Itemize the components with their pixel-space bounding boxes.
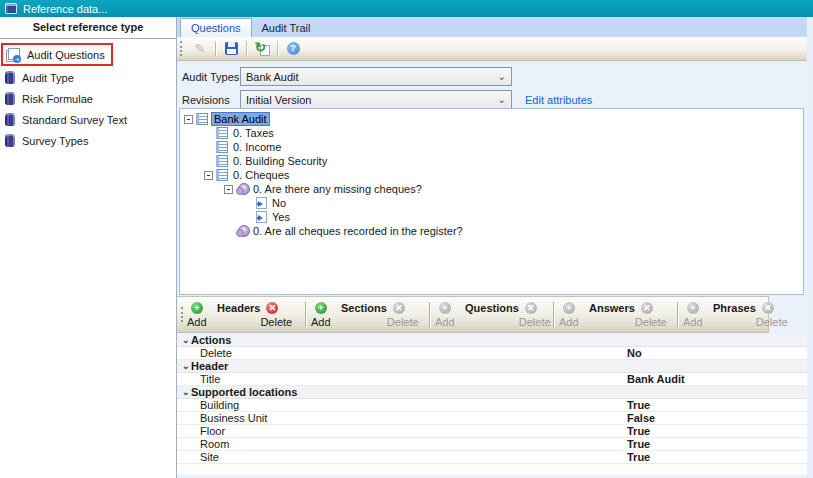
- add-icon[interactable]: +: [191, 302, 203, 314]
- tree-node-label[interactable]: Yes: [270, 211, 292, 223]
- tab-questions[interactable]: Questions: [180, 18, 252, 37]
- revisions-dropdown[interactable]: Initial Version ⌄: [240, 90, 512, 109]
- collapse-icon[interactable]: [204, 171, 213, 180]
- property-value[interactable]: Bank Audit: [627, 373, 685, 385]
- property-row-room[interactable]: Room True: [177, 438, 807, 451]
- property-value[interactable]: False: [627, 412, 655, 424]
- category-label: Header: [191, 360, 228, 372]
- sidebar: Select reference type Audit Questions Au…: [0, 17, 177, 478]
- main-panel: Questions Audit Trail ✎ ? Audit Types Ba…: [177, 17, 807, 478]
- tree-node-label[interactable]: 0. Building Security: [231, 155, 329, 167]
- tree-node[interactable]: Bank Audit: [180, 112, 803, 126]
- headers-group: + Headers ✕ Add Delete: [185, 300, 302, 329]
- category-row-actions[interactable]: ⌄ Actions: [177, 334, 807, 347]
- delete-sections-button: Delete: [387, 316, 435, 328]
- property-row-title[interactable]: Title Bank Audit: [177, 373, 807, 386]
- tree-node[interactable]: 0. Are there any missing cheques?: [180, 182, 803, 196]
- tree-node[interactable]: Yes: [180, 210, 803, 224]
- answers-group: + Answers ✕ Add Delete: [557, 300, 674, 329]
- save-icon: [225, 42, 238, 55]
- category-row-header[interactable]: ⌄ Header: [177, 360, 807, 373]
- section-icon: [216, 155, 228, 167]
- audit-types-value: Bank Audit: [246, 71, 299, 83]
- app-icon: [5, 3, 17, 14]
- tree-node[interactable]: No: [180, 196, 803, 210]
- sidebar-item-risk-formulae[interactable]: Risk Formulae: [0, 88, 176, 109]
- property-value[interactable]: True: [627, 399, 650, 411]
- property-row-business-unit[interactable]: Business Unit False: [177, 412, 807, 425]
- tab-audit-trail[interactable]: Audit Trail: [252, 19, 321, 37]
- add-sections-button[interactable]: Add: [311, 316, 341, 328]
- category-label: Supported locations: [191, 386, 297, 398]
- group-label: Headers: [217, 302, 260, 314]
- category-row-supported-locations[interactable]: ⌄ Supported locations: [177, 386, 807, 399]
- tree-node[interactable]: 0. Are all cheques recorded in the regis…: [180, 224, 803, 238]
- add-icon-disabled: +: [687, 302, 699, 314]
- property-value[interactable]: True: [627, 438, 650, 450]
- answer-icon: [256, 197, 267, 209]
- tree-node[interactable]: 0. Building Security: [180, 154, 803, 168]
- property-name: Title: [177, 373, 220, 385]
- tree-node-label[interactable]: 0. Are there any missing cheques?: [251, 183, 424, 195]
- audit-types-dropdown[interactable]: Bank Audit ⌄: [240, 67, 512, 86]
- delete-headers-button[interactable]: Delete: [260, 316, 308, 328]
- window-titlebar: Reference data...: [0, 0, 813, 17]
- property-value[interactable]: True: [627, 425, 650, 437]
- database-icon: [5, 134, 15, 147]
- group-label: Answers: [589, 302, 635, 314]
- group-label: Questions: [465, 302, 519, 314]
- category-label: Actions: [191, 334, 231, 346]
- delete-icon-disabled: ✕: [393, 302, 405, 314]
- chevron-down-icon: ⌄: [498, 73, 506, 81]
- tree-node-label[interactable]: 0. Are all cheques recorded in the regis…: [251, 225, 465, 237]
- toolbar-separator: [429, 302, 430, 328]
- sidebar-item-standard-survey-text[interactable]: Standard Survey Text: [0, 109, 176, 130]
- tree-node-label[interactable]: Bank Audit: [211, 112, 270, 126]
- toolbar-separator: [305, 302, 306, 328]
- help-button[interactable]: ?: [283, 39, 303, 58]
- add-icon[interactable]: +: [315, 302, 327, 314]
- add-questions-button: Add: [435, 316, 465, 328]
- database-icon: [5, 92, 15, 105]
- toolbar-separator: [677, 302, 678, 328]
- tree-node[interactable]: 0. Income: [180, 140, 803, 154]
- property-row-building[interactable]: Building True: [177, 399, 807, 412]
- sidebar-item-survey-types[interactable]: Survey Types: [0, 130, 176, 151]
- property-grid-footer: [177, 464, 807, 475]
- property-row-floor[interactable]: Floor True: [177, 425, 807, 438]
- tree-node-label[interactable]: 0. Taxes: [231, 127, 276, 139]
- sidebar-item-label: Audit Type: [22, 72, 74, 84]
- collapse-icon[interactable]: [184, 115, 193, 124]
- toolbar-separator: [553, 302, 554, 328]
- add-headers-button[interactable]: Add: [187, 316, 217, 328]
- section-icon: [196, 113, 208, 125]
- question-tree: Bank Audit 0. Taxes 0. Income 0. Buildin…: [179, 108, 804, 295]
- edit-icon: ✎: [195, 41, 206, 56]
- tree-node[interactable]: 0. Taxes: [180, 126, 803, 140]
- tree-node[interactable]: 0. Cheques: [180, 168, 803, 182]
- save-button[interactable]: [221, 39, 241, 58]
- edit-button[interactable]: ✎: [190, 39, 210, 58]
- delete-icon[interactable]: ✕: [266, 302, 278, 314]
- sections-group: + Sections ✕ Add Delete: [309, 300, 426, 329]
- collapse-icon[interactable]: [224, 185, 233, 194]
- group-label: Phrases: [713, 302, 756, 314]
- property-value[interactable]: No: [627, 347, 642, 359]
- property-row-delete[interactable]: Delete No: [177, 347, 807, 360]
- sidebar-item-audit-type[interactable]: Audit Type: [0, 67, 176, 88]
- tree-node-label[interactable]: No: [270, 197, 288, 209]
- property-row-site[interactable]: Site True: [177, 451, 807, 464]
- toolbar-grip[interactable]: [181, 307, 183, 322]
- property-value[interactable]: True: [627, 451, 650, 463]
- property-name: Business Unit: [177, 412, 267, 424]
- sidebar-item-audit-questions[interactable]: Audit Questions: [1, 43, 113, 66]
- toolbar-separator: [246, 41, 247, 56]
- toolbar-grip[interactable]: [180, 41, 183, 56]
- tree-node-label[interactable]: 0. Income: [231, 141, 283, 153]
- edit-attributes-link[interactable]: Edit attributes: [525, 94, 592, 106]
- revisions-value: Initial Version: [246, 94, 311, 106]
- tree-node-label[interactable]: 0. Cheques: [231, 169, 291, 181]
- export-button[interactable]: [252, 39, 272, 58]
- add-icon-disabled: +: [439, 302, 451, 314]
- toolbar-separator: [215, 41, 216, 56]
